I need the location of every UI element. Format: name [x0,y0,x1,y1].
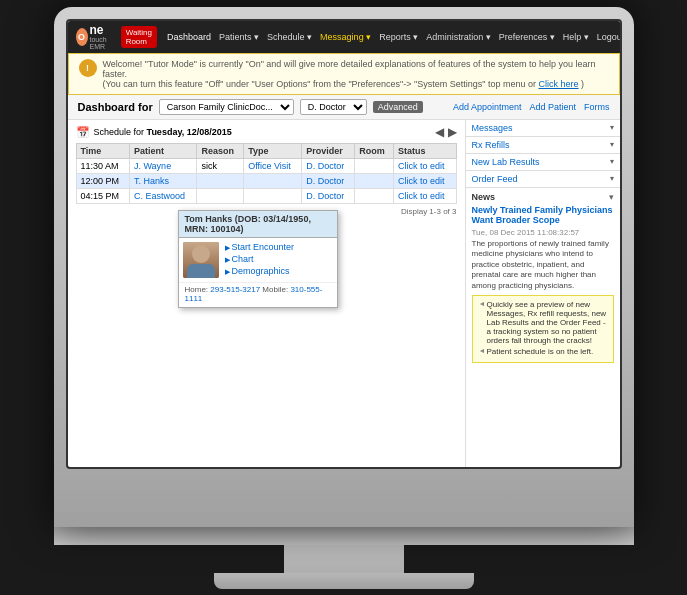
cell-provider: D. Doctor [302,188,355,203]
next-arrow[interactable]: ▶ [448,126,457,138]
rx-arrow: ▾ [610,140,614,149]
forms-link[interactable]: Forms [584,102,610,112]
section-rx-refills: Rx Refills ▾ [466,137,620,154]
logo-text: ne [90,24,113,36]
popup-links: Start Encounter Chart Demographics [225,242,295,278]
table-row: 04:15 PM C. Eastwood D. Doctor Click to … [76,188,456,203]
popup-contact: Home: 293-515-3217 Mobile: 310-555-1111 [179,282,337,307]
tip-item-1: Quickly see a preview of new Messages, R… [479,300,607,345]
cell-status[interactable]: Click to edit [393,173,456,188]
dashboard-right: Add Appointment Add Patient Forms [453,102,610,112]
logo: O ne touch EMR [76,24,113,50]
cell-type [244,188,302,203]
cell-provider: D. Doctor [302,173,355,188]
monitor-stand-top [54,527,634,545]
cell-provider: D. Doctor [302,158,355,173]
cell-status[interactable]: Click to edit [393,188,456,203]
nav-patients[interactable]: Patients ▾ [219,32,259,42]
prev-arrow[interactable]: ◀ [435,126,444,138]
news-headline[interactable]: Newly Trained Family Physicians Want Bro… [472,205,614,227]
cell-room [355,188,394,203]
schedule-panel: 📅 Schedule for Tuesday, 12/08/2015 ◀ ▶ [68,120,465,467]
nav-logout[interactable]: Logout [597,32,622,42]
calendar-icon: 📅 [76,126,90,139]
home-label: Home: [185,285,211,294]
main-content: 📅 Schedule for Tuesday, 12/08/2015 ◀ ▶ [68,120,620,467]
cell-reason [197,188,244,203]
waiting-room-badge[interactable]: Waiting Room [121,26,157,48]
cell-time: 11:30 AM [76,158,129,173]
chart-link[interactable]: Chart [225,254,295,264]
cell-type [244,173,302,188]
nav-reports[interactable]: Reports ▾ [379,32,418,42]
cell-time: 12:00 PM [76,173,129,188]
news-scroll[interactable]: ▾ [609,192,614,202]
lab-results-label: New Lab Results [472,157,540,167]
col-status: Status [393,143,456,158]
cell-room [355,158,394,173]
col-room: Room [355,143,394,158]
add-appointment-link[interactable]: Add Appointment [453,102,522,112]
tutor-link[interactable]: Click here [539,79,579,89]
schedule-table: Time Patient Reason Type Provider Room S… [76,143,457,204]
logo-sub: touch EMR [90,36,113,50]
nav-messaging[interactable]: Messaging ▾ [320,32,371,42]
demographics-link[interactable]: Demographics [225,266,295,276]
patient-popup: Tom Hanks (DOB: 03/14/1950, MRN: 100104) [178,210,338,308]
start-encounter-link[interactable]: Start Encounter [225,242,295,252]
monitor-stand-neck [284,545,404,573]
news-title-bar: News ▾ [472,192,614,202]
schedule-nav: ◀ ▶ [435,126,457,138]
advanced-button[interactable]: Advanced [373,101,423,113]
monitor-screen: O ne touch EMR Waiting Room Dashboard Pa… [66,19,622,469]
col-type: Type [244,143,302,158]
nav-dashboard[interactable]: Dashboard [167,32,211,42]
cell-patient[interactable]: C. Eastwood [129,188,197,203]
tutor-text: Welcome! "Tutor Mode" is currently "On" … [103,59,609,89]
schedule-label: Schedule for Tuesday, 12/08/2015 [94,127,232,137]
schedule-title: 📅 Schedule for Tuesday, 12/08/2015 [76,126,232,139]
nav-preferences[interactable]: Preferences ▾ [499,32,555,42]
popup-header: Tom Hanks (DOB: 03/14/1950, MRN: 100104) [179,211,337,238]
nav-administration[interactable]: Administration ▾ [426,32,491,42]
right-panel: Messages ▾ Rx Refills ▾ [465,120,620,467]
messages-arrow: ▾ [610,123,614,132]
dashboard-left: Dashboard for Carson Family ClinicDoc...… [78,99,423,115]
dashboard-title: Dashboard for [78,101,153,113]
messages-label: Messages [472,123,513,133]
col-time: Time [76,143,129,158]
col-reason: Reason [197,143,244,158]
cell-patient[interactable]: J. Wayne [129,158,197,173]
col-patient: Patient [129,143,197,158]
patient-photo [183,242,219,278]
news-meta: Tue, 08 Dec 2015 11:08:32:57 [472,228,614,237]
order-arrow: ▾ [610,174,614,183]
nav-items: Dashboard Patients ▾ Schedule ▾ Messagin… [167,32,621,42]
col-provider: Provider [302,143,355,158]
cell-patient[interactable]: T. Hanks [129,173,197,188]
dashboard-bar: Dashboard for Carson Family ClinicDoc...… [68,95,620,120]
cell-type: Office Visit [244,158,302,173]
nav-help[interactable]: Help ▾ [563,32,589,42]
section-messages: Messages ▾ [466,120,620,137]
app: O ne touch EMR Waiting Room Dashboard Pa… [68,21,620,467]
schedule-header: 📅 Schedule for Tuesday, 12/08/2015 ◀ ▶ [76,126,457,139]
news-label: News [472,192,496,202]
tip-item-2: Patient schedule is on the left. [479,347,607,356]
clinic-select[interactable]: Carson Family ClinicDoc... [159,99,294,115]
top-nav: O ne touch EMR Waiting Room Dashboard Pa… [68,21,620,53]
section-order-feed: Order Feed ▾ [466,171,620,188]
popup-body: Start Encounter Chart Demographics [179,238,337,282]
cell-reason [197,173,244,188]
section-lab-results: New Lab Results ▾ [466,154,620,171]
add-patient-link[interactable]: Add Patient [529,102,576,112]
table-row: 11:30 AM J. Wayne sick Office Visit D. D… [76,158,456,173]
tips-box: Quickly see a preview of new Messages, R… [472,295,614,363]
doctor-select[interactable]: D. Doctor [300,99,367,115]
home-phone[interactable]: 293-515-3217 [210,285,260,294]
order-feed-label: Order Feed [472,174,518,184]
nav-schedule[interactable]: Schedule ▾ [267,32,312,42]
cell-status[interactable]: Click to edit [393,158,456,173]
rx-refills-label: Rx Refills [472,140,510,150]
cell-reason: sick [197,158,244,173]
